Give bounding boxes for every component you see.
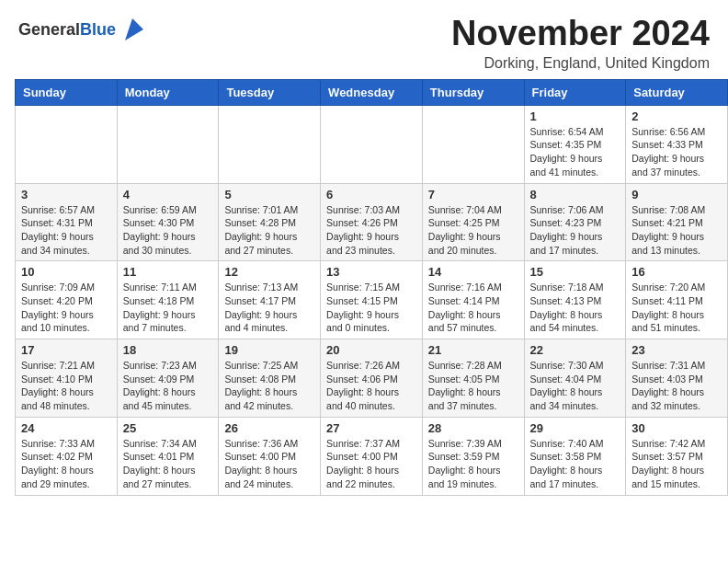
- day-number: 29: [530, 421, 620, 435]
- col-sunday: Sunday: [16, 79, 118, 105]
- table-row: [321, 105, 423, 183]
- day-number: 12: [224, 265, 314, 279]
- table-row: 21Sunrise: 7:28 AM Sunset: 4:05 PM Dayli…: [422, 339, 524, 418]
- day-number: 18: [123, 343, 213, 357]
- table-row: 22Sunrise: 7:30 AM Sunset: 4:04 PM Dayli…: [524, 339, 626, 418]
- calendar-week-row: 3Sunrise: 6:57 AM Sunset: 4:31 PM Daylig…: [16, 183, 728, 261]
- day-number: 20: [326, 343, 416, 357]
- table-row: 4Sunrise: 6:59 AM Sunset: 4:30 PM Daylig…: [117, 183, 219, 261]
- day-number: 24: [21, 421, 111, 435]
- day-info: Sunrise: 6:57 AM Sunset: 4:31 PM Dayligh…: [21, 203, 111, 258]
- day-number: 3: [21, 188, 111, 201]
- month-title: November 2024: [451, 15, 710, 53]
- day-info: Sunrise: 7:21 AM Sunset: 4:10 PM Dayligh…: [21, 359, 111, 413]
- table-row: 3Sunrise: 6:57 AM Sunset: 4:31 PM Daylig…: [16, 183, 118, 261]
- table-row: 12Sunrise: 7:13 AM Sunset: 4:17 PM Dayli…: [219, 261, 321, 339]
- day-number: 10: [21, 265, 111, 279]
- calendar-table: Sunday Monday Tuesday Wednesday Thursday…: [15, 79, 728, 496]
- day-number: 22: [530, 343, 620, 357]
- day-info: Sunrise: 7:06 AM Sunset: 4:23 PM Dayligh…: [530, 203, 620, 258]
- title-block: November 2024 Dorking, England, United K…: [451, 15, 710, 72]
- table-row: 10Sunrise: 7:09 AM Sunset: 4:20 PM Dayli…: [16, 261, 118, 339]
- day-number: 4: [123, 188, 213, 201]
- calendar-wrapper: Sunday Monday Tuesday Wednesday Thursday…: [0, 79, 728, 503]
- table-row: 5Sunrise: 7:01 AM Sunset: 4:28 PM Daylig…: [219, 183, 321, 261]
- day-info: Sunrise: 6:54 AM Sunset: 4:35 PM Dayligh…: [530, 125, 620, 179]
- table-row: 18Sunrise: 7:23 AM Sunset: 4:09 PM Dayli…: [117, 339, 219, 418]
- table-row: 8Sunrise: 7:06 AM Sunset: 4:23 PM Daylig…: [524, 183, 626, 261]
- table-row: [117, 105, 219, 183]
- day-number: 30: [631, 421, 722, 435]
- day-info: Sunrise: 7:16 AM Sunset: 4:14 PM Dayligh…: [428, 281, 518, 335]
- table-row: 6Sunrise: 7:03 AM Sunset: 4:26 PM Daylig…: [321, 183, 423, 261]
- day-info: Sunrise: 7:09 AM Sunset: 4:20 PM Dayligh…: [21, 281, 111, 335]
- svg-marker-0: [125, 18, 143, 40]
- table-row: 7Sunrise: 7:04 AM Sunset: 4:25 PM Daylig…: [422, 183, 524, 261]
- day-info: Sunrise: 7:33 AM Sunset: 4:02 PM Dayligh…: [21, 437, 111, 491]
- day-info: Sunrise: 7:18 AM Sunset: 4:13 PM Dayligh…: [530, 281, 620, 335]
- table-row: 20Sunrise: 7:26 AM Sunset: 4:06 PM Dayli…: [321, 339, 423, 418]
- table-row: 29Sunrise: 7:40 AM Sunset: 3:58 PM Dayli…: [524, 417, 626, 495]
- day-info: Sunrise: 7:23 AM Sunset: 4:09 PM Dayligh…: [123, 359, 213, 413]
- table-row: 11Sunrise: 7:11 AM Sunset: 4:18 PM Dayli…: [117, 261, 219, 339]
- day-info: Sunrise: 7:30 AM Sunset: 4:04 PM Dayligh…: [530, 359, 620, 413]
- day-info: Sunrise: 7:20 AM Sunset: 4:11 PM Dayligh…: [631, 281, 722, 335]
- day-info: Sunrise: 6:59 AM Sunset: 4:30 PM Dayligh…: [123, 203, 213, 258]
- col-saturday: Saturday: [626, 79, 728, 105]
- table-row: [16, 105, 118, 183]
- table-row: 14Sunrise: 7:16 AM Sunset: 4:14 PM Dayli…: [422, 261, 524, 339]
- day-number: 15: [530, 265, 620, 279]
- col-monday: Monday: [117, 79, 219, 105]
- day-info: Sunrise: 7:04 AM Sunset: 4:25 PM Dayligh…: [428, 203, 518, 258]
- col-tuesday: Tuesday: [219, 79, 321, 105]
- day-number: 28: [428, 421, 518, 435]
- table-row: 27Sunrise: 7:37 AM Sunset: 4:00 PM Dayli…: [321, 417, 423, 495]
- table-row: [219, 105, 321, 183]
- table-row: 9Sunrise: 7:08 AM Sunset: 4:21 PM Daylig…: [626, 183, 728, 261]
- table-row: [422, 105, 524, 183]
- logo-general-text: General: [18, 20, 80, 39]
- day-info: Sunrise: 7:37 AM Sunset: 4:00 PM Dayligh…: [326, 437, 416, 491]
- table-row: 28Sunrise: 7:39 AM Sunset: 3:59 PM Dayli…: [422, 417, 524, 495]
- calendar-header-row: Sunday Monday Tuesday Wednesday Thursday…: [16, 79, 728, 105]
- day-info: Sunrise: 7:11 AM Sunset: 4:18 PM Dayligh…: [123, 281, 213, 335]
- col-thursday: Thursday: [422, 79, 524, 105]
- calendar-week-row: 17Sunrise: 7:21 AM Sunset: 4:10 PM Dayli…: [16, 339, 728, 418]
- day-info: Sunrise: 7:40 AM Sunset: 3:58 PM Dayligh…: [530, 437, 620, 491]
- day-number: 1: [530, 109, 620, 123]
- day-info: Sunrise: 7:42 AM Sunset: 3:57 PM Dayligh…: [631, 437, 722, 491]
- day-info: Sunrise: 7:15 AM Sunset: 4:15 PM Dayligh…: [326, 281, 416, 335]
- logo-icon: [118, 15, 147, 44]
- day-number: 14: [428, 265, 518, 279]
- table-row: 2Sunrise: 6:56 AM Sunset: 4:33 PM Daylig…: [626, 105, 728, 183]
- header: GeneralBlue November 2024 Dorking, Engla…: [0, 0, 728, 79]
- day-info: Sunrise: 7:39 AM Sunset: 3:59 PM Dayligh…: [428, 437, 518, 491]
- table-row: 19Sunrise: 7:25 AM Sunset: 4:08 PM Dayli…: [219, 339, 321, 418]
- day-number: 23: [631, 343, 722, 357]
- day-number: 2: [631, 109, 722, 123]
- table-row: 26Sunrise: 7:36 AM Sunset: 4:00 PM Dayli…: [219, 417, 321, 495]
- table-row: 30Sunrise: 7:42 AM Sunset: 3:57 PM Dayli…: [626, 417, 728, 495]
- logo: GeneralBlue: [18, 15, 147, 44]
- logo-blue-text: Blue: [80, 20, 116, 39]
- location: Dorking, England, United Kingdom: [451, 55, 710, 72]
- calendar-week-row: 24Sunrise: 7:33 AM Sunset: 4:02 PM Dayli…: [16, 417, 728, 495]
- day-info: Sunrise: 7:31 AM Sunset: 4:03 PM Dayligh…: [631, 359, 722, 413]
- day-number: 25: [123, 421, 213, 435]
- table-row: 15Sunrise: 7:18 AM Sunset: 4:13 PM Dayli…: [524, 261, 626, 339]
- day-info: Sunrise: 7:26 AM Sunset: 4:06 PM Dayligh…: [326, 359, 416, 413]
- day-info: Sunrise: 6:56 AM Sunset: 4:33 PM Dayligh…: [631, 125, 722, 179]
- day-number: 7: [428, 188, 518, 201]
- day-info: Sunrise: 7:03 AM Sunset: 4:26 PM Dayligh…: [326, 203, 416, 258]
- day-info: Sunrise: 7:13 AM Sunset: 4:17 PM Dayligh…: [224, 281, 314, 335]
- day-number: 6: [326, 188, 416, 201]
- day-number: 5: [224, 188, 314, 201]
- day-info: Sunrise: 7:01 AM Sunset: 4:28 PM Dayligh…: [224, 203, 314, 258]
- day-info: Sunrise: 7:34 AM Sunset: 4:01 PM Dayligh…: [123, 437, 213, 491]
- table-row: 1Sunrise: 6:54 AM Sunset: 4:35 PM Daylig…: [524, 105, 626, 183]
- col-wednesday: Wednesday: [321, 79, 423, 105]
- table-row: 24Sunrise: 7:33 AM Sunset: 4:02 PM Dayli…: [16, 417, 118, 495]
- day-info: Sunrise: 7:28 AM Sunset: 4:05 PM Dayligh…: [428, 359, 518, 413]
- day-number: 21: [428, 343, 518, 357]
- day-info: Sunrise: 7:36 AM Sunset: 4:00 PM Dayligh…: [224, 437, 314, 491]
